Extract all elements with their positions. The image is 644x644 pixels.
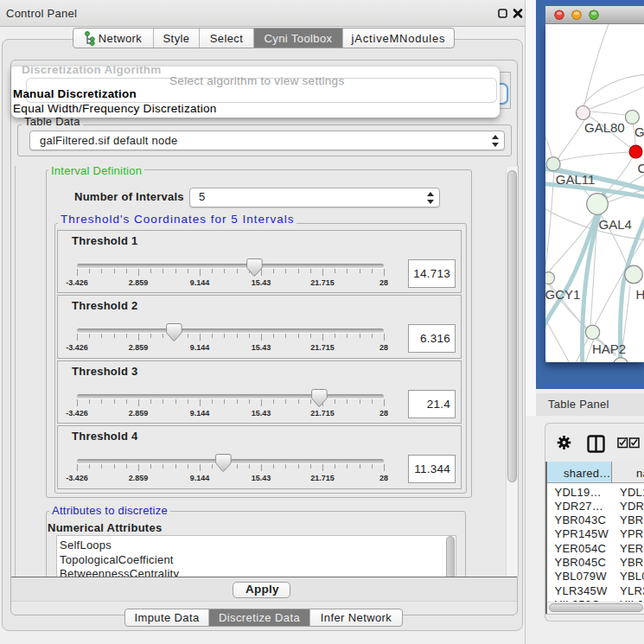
svg-text:GAL11: GAL11 (556, 172, 596, 187)
svg-text:C: C (638, 161, 644, 175)
svg-text:H: H (636, 287, 644, 302)
svg-text:GA: GA (634, 124, 644, 139)
svg-text:GCY1: GCY1 (545, 287, 580, 302)
svg-text:HAP2: HAP2 (592, 341, 626, 356)
svg-text:GAL80: GAL80 (584, 120, 625, 135)
svg-text:GAL4: GAL4 (599, 217, 632, 232)
